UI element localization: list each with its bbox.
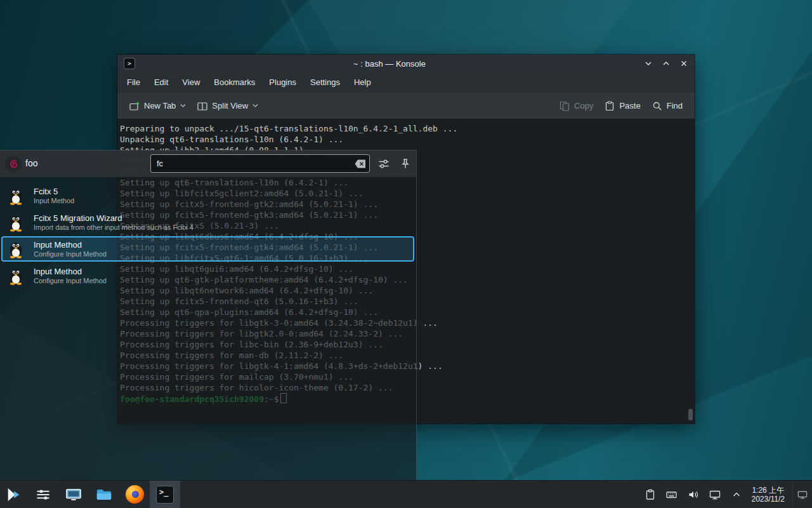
menu-edit[interactable]: Edit <box>147 72 175 93</box>
clock-date: 2023/11/2 <box>752 495 785 504</box>
monitor-icon <box>65 486 82 504</box>
task-monitor-app[interactable] <box>58 481 89 508</box>
result-subtitle: Input Method <box>34 197 74 205</box>
fcitx-penguin-icon <box>6 266 25 285</box>
result-title: Fcitx 5 Migration Wizard <box>34 213 193 223</box>
window-titlebar[interactable]: > ~ : bash — Konsole <box>117 55 695 72</box>
menu-settings[interactable]: Settings <box>303 72 347 93</box>
fcitx-penguin-icon <box>6 186 25 205</box>
terminal-scrollbar[interactable] <box>688 409 693 420</box>
konsole-icon: >_ <box>156 486 174 504</box>
result-subtitle: Configure Input Method <box>34 277 107 285</box>
chevron-down-icon <box>180 104 186 108</box>
window-title: ~ : bash — Konsole <box>135 59 644 69</box>
fcitx-penguin-icon <box>6 239 25 258</box>
pager-widget[interactable] <box>28 481 58 508</box>
new-tab-button[interactable]: New Tab <box>124 97 192 116</box>
paste-label: Paste <box>619 101 640 110</box>
search-input[interactable] <box>150 154 370 173</box>
result-row-input-method[interactable]: Input Method Configure Input Method <box>0 262 416 289</box>
chevron-down-icon <box>252 104 258 108</box>
menu-help[interactable]: Help <box>347 72 378 93</box>
konsole-window-icon: > <box>124 58 135 69</box>
result-row-input-method-selected[interactable]: Input Method Configure Input Method <box>0 236 416 262</box>
folder-icon <box>95 486 113 504</box>
find-label: Find <box>667 101 683 110</box>
digital-clock[interactable]: 1:26 上午 2023/11/2 <box>752 486 785 504</box>
copy-icon <box>560 101 570 111</box>
search-results-list: Fcitx 5 Input Method Fcitx 5 Migration W… <box>0 182 416 289</box>
keyboard-input-method-tray-icon[interactable] <box>665 488 678 501</box>
new-tab-label: New Tab <box>144 101 176 110</box>
sliders-icon <box>35 486 51 503</box>
minimize-button[interactable] <box>644 59 653 68</box>
split-view-button[interactable]: Split View <box>192 97 264 116</box>
result-subtitle: Import data from other input method such… <box>34 224 193 232</box>
application-launcher-popup: foo Fcitx 5 Input <box>0 150 417 480</box>
result-row-fcitx5[interactable]: Fcitx 5 Input Method <box>0 182 416 209</box>
taskbar-panel: >_ <box>0 480 812 508</box>
close-button[interactable] <box>679 59 688 68</box>
application-launcher-button[interactable] <box>0 481 28 508</box>
copy-label: Copy <box>574 101 593 110</box>
menu-bookmarks[interactable]: Bookmarks <box>207 72 262 93</box>
system-tray <box>644 488 747 501</box>
tray-expander-caret-icon[interactable] <box>730 488 743 501</box>
configure-search-icon[interactable] <box>378 158 390 170</box>
task-firefox[interactable] <box>119 481 150 508</box>
debian-logo-icon <box>5 156 22 172</box>
result-title: Fcitx 5 <box>34 187 74 196</box>
kickoff-icon <box>5 486 23 504</box>
firefox-icon <box>126 485 144 504</box>
result-title: Input Method <box>34 267 107 276</box>
task-konsole-active[interactable]: >_ <box>150 481 180 508</box>
copy-button[interactable]: Copy <box>554 97 599 116</box>
display-tray-icon[interactable] <box>709 488 721 501</box>
maximize-button[interactable] <box>662 59 671 68</box>
paste-icon <box>605 101 615 111</box>
result-row-fcitx5-migration-wizard[interactable]: Fcitx 5 Migration Wizard Import data fro… <box>0 209 416 236</box>
show-desktop-button[interactable] <box>792 481 812 508</box>
menu-plugins[interactable]: Plugins <box>262 72 303 93</box>
result-title: Input Method <box>34 240 107 250</box>
split-view-icon <box>197 101 207 111</box>
result-subtitle: Configure Input Method <box>34 250 107 258</box>
clipboard-tray-icon[interactable] <box>644 488 657 501</box>
user-name-label: foo <box>25 158 37 168</box>
task-file-manager[interactable] <box>89 481 119 508</box>
toolbar: New Tab Split View Copy <box>117 93 695 119</box>
menu-view[interactable]: View <box>175 72 207 93</box>
menu-file[interactable]: File <box>120 72 147 93</box>
find-button[interactable]: Find <box>646 97 688 116</box>
find-icon <box>652 101 662 111</box>
menu-bar: File Edit View Bookmarks Plugins Setting… <box>117 72 695 93</box>
clock-time: 1:26 上午 <box>752 486 785 495</box>
new-tab-icon <box>129 101 140 111</box>
clear-search-icon[interactable] <box>355 159 366 168</box>
split-view-label: Split View <box>212 101 248 110</box>
launcher-header: foo <box>0 150 416 177</box>
volume-tray-icon[interactable] <box>687 488 700 501</box>
pin-icon[interactable] <box>400 158 411 170</box>
paste-button[interactable]: Paste <box>599 97 646 116</box>
fcitx-penguin-icon <box>6 213 25 232</box>
show-desktop-icon <box>797 490 808 500</box>
